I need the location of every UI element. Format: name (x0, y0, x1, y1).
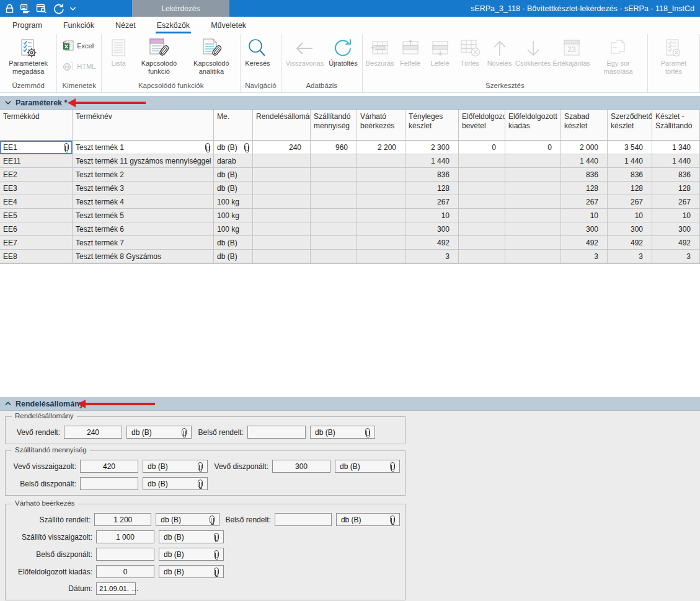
menu-item-program[interactable]: Program (11, 18, 43, 33)
grid-cell-code[interactable]: EE3 (0, 182, 73, 195)
grid-cell-value[interactable]: 1 440 (561, 154, 608, 168)
unit-combo[interactable]: db (B) (156, 513, 219, 526)
grid-cell-value[interactable]: 836 (652, 168, 700, 182)
grid-cell-value[interactable] (459, 250, 505, 263)
grid-cell-value[interactable] (253, 209, 311, 222)
grid-cell-value[interactable]: 836 (405, 168, 459, 182)
grid-cell-value[interactable]: 267 (405, 195, 459, 209)
grid-cell-value[interactable] (459, 154, 505, 168)
grid-cell-value[interactable] (357, 222, 405, 236)
grid-cell-code[interactable]: EE5 (0, 209, 73, 222)
grid-cell-value[interactable]: 3 (561, 250, 608, 263)
value-field-vev-visszaigazolt[interactable]: 420 (80, 460, 138, 473)
grid-cell-value[interactable]: 128 (405, 182, 459, 195)
grid-cell-name[interactable]: Teszt termék 6 (73, 222, 214, 236)
excel-button[interactable]: Excel (59, 38, 97, 53)
grid-cell-value[interactable] (311, 195, 357, 209)
column-header-t-nyleges-k-szlet[interactable]: Tényleges készlet (405, 110, 459, 141)
grid-cell-value[interactable] (311, 236, 357, 250)
grid-cell-value[interactable]: 10 (608, 209, 652, 222)
table-row[interactable]: EE1Teszt termék 1db (B)2409602 2002 3000… (0, 141, 700, 154)
paperclip-icon[interactable] (182, 428, 187, 436)
grid-cell-value[interactable]: 267 (561, 195, 608, 209)
grid-cell-unit[interactable]: 100 kg (214, 209, 253, 222)
value-field-bels-diszpon-lt[interactable] (96, 548, 154, 561)
grid-cell-name[interactable]: Teszt termék 11 gyszámos mennyiséggel (73, 154, 214, 168)
grid-cell-value[interactable] (505, 195, 561, 209)
grid-cell-value[interactable] (311, 250, 357, 263)
grid-cell-value[interactable] (253, 250, 311, 263)
column-header-szerz-dhet-k-szlet[interactable]: Szerződhető készlet (608, 110, 652, 141)
grid-cell-name[interactable]: Teszt termék 8 Gyszámos (73, 250, 214, 263)
grid-cell-value[interactable]: 10 (652, 209, 700, 222)
unit-combo[interactable]: db (B) (143, 477, 208, 490)
column-header-term-kk-d[interactable]: Termékkód (0, 110, 73, 141)
grid-cell-value[interactable] (505, 209, 561, 222)
grid-cell-name[interactable]: Teszt termék 4 (73, 195, 214, 209)
grid-cell-value[interactable] (357, 250, 405, 263)
section-header-orders[interactable]: Rendelésállomány (0, 397, 700, 411)
grid-cell-value[interactable] (253, 182, 311, 195)
grid-cell-value[interactable]: 2 200 (357, 141, 405, 154)
grid-cell-unit[interactable]: 100 kg (214, 222, 253, 236)
grid-cell-code[interactable]: EE8 (0, 250, 73, 263)
preview-search-icon[interactable] (36, 4, 47, 14)
grid-cell-value[interactable]: 2 300 (405, 141, 459, 154)
grid-cell-value[interactable] (357, 195, 405, 209)
grid-cell-value[interactable] (459, 222, 505, 236)
refresh-icon[interactable] (53, 3, 64, 14)
grid-cell-name[interactable]: Teszt termék 7 (73, 236, 214, 250)
value-field-bels-rendelt[interactable] (247, 426, 306, 439)
grid-cell-value[interactable] (253, 222, 311, 236)
grid-cell-value[interactable] (311, 209, 357, 222)
grid-cell-name[interactable]: Teszt termék 1 (73, 141, 214, 154)
paperclip-icon[interactable] (198, 462, 203, 470)
unit-combo[interactable]: db (B) (310, 426, 375, 439)
grid-cell-value[interactable] (357, 154, 405, 168)
column-header-rendel-s-llom-r[interactable]: Rendelésállomár (253, 110, 311, 141)
column-header-el-feldolgozott-kiad-s[interactable]: Előfeldolgozott kiadás (505, 110, 561, 141)
grid-cell-code[interactable]: EE1 (0, 141, 73, 154)
unit-combo[interactable]: db (B) (159, 565, 224, 578)
grid-cell-value[interactable] (505, 222, 561, 236)
grid-cell-value[interactable] (253, 154, 311, 168)
grid-cell-value[interactable]: 267 (608, 195, 652, 209)
grid-cell-value[interactable] (459, 236, 505, 250)
grid-cell-value[interactable]: 300 (405, 222, 459, 236)
grid-cell-value[interactable]: 3 (405, 250, 459, 263)
grid-cell-value[interactable] (253, 168, 311, 182)
paperclip-icon[interactable] (214, 533, 219, 541)
grid-cell-value[interactable]: 267 (652, 195, 700, 209)
grid-cell-value[interactable]: 1 440 (608, 154, 652, 168)
value-field-vev-rendelt[interactable]: 240 (64, 426, 122, 439)
paperclip-icon[interactable] (365, 428, 370, 436)
grid-cell-code[interactable]: EE4 (0, 195, 73, 209)
grid-cell-value[interactable]: 3 540 (608, 141, 652, 154)
grid-cell-value[interactable] (505, 168, 561, 182)
grid-cell-value[interactable] (357, 209, 405, 222)
grid-cell-value[interactable]: 492 (652, 236, 700, 250)
grid-cell-unit[interactable]: darab (214, 154, 253, 168)
table-row[interactable]: EE3Teszt termék 3db (B)128128128128 (0, 182, 700, 195)
dropdown-caret-icon[interactable] (70, 7, 76, 11)
grid-cell-value[interactable] (357, 236, 405, 250)
grid-cell-unit[interactable]: db (B) (214, 236, 253, 250)
unit-combo[interactable]: db (B) (336, 513, 400, 526)
paperclip-icon[interactable] (390, 515, 395, 524)
grid-cell-value[interactable]: 128 (652, 182, 700, 195)
grid-cell-value[interactable]: 492 (608, 236, 652, 250)
grid-cell-value[interactable] (459, 209, 505, 222)
param-terek-megad-sa-button[interactable]: Paraméterek megadása (2, 35, 55, 81)
grid-cell-code[interactable]: EE7 (0, 236, 73, 250)
value-field-sz-ll-t-visszaigazolt[interactable]: 1 000 (96, 530, 154, 543)
unit-combo[interactable]: db (B) (159, 548, 224, 561)
paperclip-icon[interactable] (214, 568, 219, 576)
value-field-bels-diszpon-lt[interactable] (80, 477, 138, 490)
date-field[interactable]: 21.09.01.… (96, 582, 136, 595)
grid-cell-value[interactable]: 0 (505, 141, 561, 154)
grid-cell-value[interactable]: 836 (608, 168, 652, 182)
grid-cell-value[interactable] (505, 236, 561, 250)
grid-cell-value[interactable]: 10 (561, 209, 608, 222)
menu-item-funkci-k[interactable]: Funkciók (62, 18, 95, 33)
grid-cell-value[interactable] (253, 236, 311, 250)
